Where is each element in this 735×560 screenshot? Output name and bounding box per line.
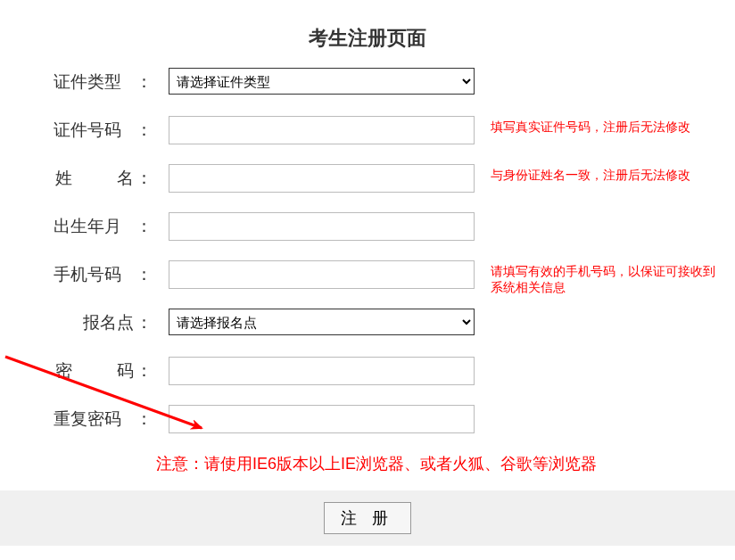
label-birth: 出生年月： xyxy=(49,212,156,241)
site-select[interactable]: 请选择报名点 xyxy=(169,309,475,335)
label-password: 密码： xyxy=(49,357,156,385)
label-id-type: 证件类型： xyxy=(49,68,156,96)
label-password2: 重复密码： xyxy=(49,405,156,433)
hint-name: 与身份证姓名一致，注册后无法修改 xyxy=(491,164,690,183)
id-type-select[interactable]: 请选择证件类型 xyxy=(169,68,475,95)
label-phone: 手机号码： xyxy=(49,260,156,289)
browser-notice: 注意：请使用IE6版本以上IE浏览器、或者火狐、谷歌等浏览器 xyxy=(49,453,735,474)
submit-bar: 注 册 xyxy=(0,490,735,546)
page-title: 考生注册页面 xyxy=(0,0,735,68)
birth-input[interactable] xyxy=(169,212,475,241)
password2-input[interactable] xyxy=(169,405,475,433)
password-input[interactable] xyxy=(169,357,475,385)
name-input[interactable] xyxy=(169,164,475,193)
hint-phone: 请填写有效的手机号码，以保证可接收到系统相关信息 xyxy=(491,260,723,295)
label-name: 姓名： xyxy=(49,164,156,193)
registration-form: 证件类型： 请选择证件类型 证件号码： 填写真实证件号码，注册后无法修改 姓名： xyxy=(0,68,735,474)
hint-id-number: 填写真实证件号码，注册后无法修改 xyxy=(491,116,690,135)
label-id-number: 证件号码： xyxy=(49,116,156,144)
phone-input[interactable] xyxy=(169,260,475,289)
register-button[interactable]: 注 册 xyxy=(324,502,410,534)
label-site: 报名点： xyxy=(49,309,156,337)
id-number-input[interactable] xyxy=(169,116,475,144)
notice-label: 注意： xyxy=(156,455,204,473)
notice-text: 请使用IE6版本以上IE浏览器、或者火狐、谷歌等浏览器 xyxy=(204,455,597,473)
